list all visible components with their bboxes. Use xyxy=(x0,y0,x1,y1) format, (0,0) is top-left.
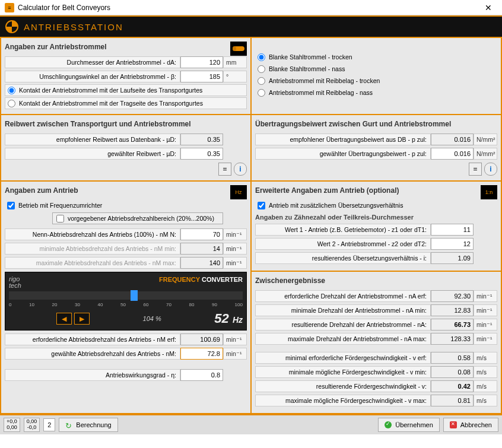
close-button[interactable]: ✕ xyxy=(479,3,497,12)
nominal-speed-label: Nenn-Abtriebsdrehzahl des Antriebs (100%… xyxy=(5,228,180,240)
sel-trans-input[interactable] xyxy=(431,148,474,160)
freq-hz: 52 Hz xyxy=(214,311,243,326)
freq-slider[interactable] xyxy=(9,291,243,300)
contact-carryside-radio[interactable] xyxy=(8,100,15,107)
efficiency-label: Antriebswirkungsgrad - η: xyxy=(5,369,180,381)
rec-trans-label: empfohlener Übertragungsbeiwert aus DB -… xyxy=(255,134,431,145)
unit: min⁻¹ xyxy=(223,333,247,345)
panel-title: Erweiterte Angaben zum Antrieb (optional… xyxy=(255,185,497,196)
svg-point-2 xyxy=(233,46,236,51)
unit: min⁻¹ xyxy=(223,243,247,255)
unit: min⁻¹ xyxy=(223,228,247,240)
panel-title: Übertragungsbeiwert zwischen Gurt und An… xyxy=(255,119,497,129)
res-value xyxy=(431,319,474,331)
unit: m/s xyxy=(474,352,497,364)
speed-range-checkbox[interactable] xyxy=(56,215,64,223)
freq-increase-button[interactable]: ▶ xyxy=(74,313,90,325)
unit: m/s xyxy=(474,366,497,378)
z1-input[interactable] xyxy=(431,224,474,236)
z2-label: Wert 2 - Antriebstrommel - z2 oder dT2: xyxy=(255,238,431,250)
drum-type-4-radio[interactable] xyxy=(258,89,265,97)
res-label: resultierende Fördergeschwindigkeit - v: xyxy=(255,380,431,392)
trans-equals-button[interactable]: = xyxy=(469,163,482,176)
calculate-button[interactable]: Berechnung xyxy=(59,418,117,432)
freq-percent: 104 % xyxy=(143,315,161,322)
contact-runside-radio[interactable] xyxy=(8,87,15,94)
extended-drive-panel: 1:n Erweiterte Angaben zum Antrieb (opti… xyxy=(252,182,501,271)
res-label: minimale Drehzahl der Antriebstrommel - … xyxy=(255,304,431,316)
friction-info-button[interactable]: i xyxy=(234,163,247,176)
res-label: minimal erforderliche Fördergeschwindigk… xyxy=(255,352,431,364)
slider-thumb[interactable] xyxy=(131,290,138,301)
sel-friction-input[interactable] xyxy=(180,148,223,160)
drum-type-3-label: Antriebstrommel mit Reibbelag - trocken xyxy=(269,77,380,84)
speed-range-label: vorgegebener Abtriebsdrehzahlbereich (20… xyxy=(68,215,214,222)
inc-decimal-button[interactable]: +0,00,00 xyxy=(4,418,20,432)
unit: min⁻¹ xyxy=(474,304,497,316)
panel-title: Angaben zur Antriebstrommel xyxy=(5,42,247,52)
drum-type-1-label: Blanke Stahltrommel - trocken xyxy=(269,53,352,61)
min-speed-label: minimale Abtriebsdrehzahl des Antriebs -… xyxy=(5,243,180,255)
refresh-icon xyxy=(65,421,72,428)
ratio-label: resultierendes Übersetzungsverhältnis - … xyxy=(255,252,431,264)
station-icon xyxy=(5,20,19,34)
max-speed-value xyxy=(180,257,223,269)
freq-converter-checkbox[interactable] xyxy=(7,202,15,209)
wrap-angle-input[interactable] xyxy=(180,71,223,82)
res-value xyxy=(431,352,474,364)
transmission-panel: Übertragungsbeiwert zwischen Gurt und An… xyxy=(252,115,501,180)
unit: min⁻¹ xyxy=(223,257,247,269)
panel-title: Zwischenergebnisse xyxy=(255,275,497,286)
friction-equals-button[interactable]: = xyxy=(218,163,231,176)
ratio-icon: 1:n xyxy=(481,185,497,199)
section-title: ANTRIEBSSTATION xyxy=(24,22,123,32)
ratio-value xyxy=(431,252,474,264)
unit: m/s xyxy=(474,380,497,392)
drum-type-3-radio[interactable] xyxy=(258,77,265,85)
friction-panel: Reibwert zwischen Transportgurt und Antr… xyxy=(1,115,250,180)
unit: min⁻¹ xyxy=(474,290,497,302)
sel-output-speed-input[interactable] xyxy=(180,348,223,360)
unit: min⁻¹ xyxy=(474,333,497,345)
res-label: resultierende Drehzahl der Antriebstromm… xyxy=(255,319,431,331)
res-value xyxy=(431,304,474,316)
res-value xyxy=(431,380,474,392)
gear-ratio-label: Antrieb mit zusätzlichem Übersetzungsver… xyxy=(269,202,403,209)
gear-ratio-checkbox[interactable] xyxy=(258,202,265,209)
panel-title: Angaben zum Antrieb xyxy=(5,185,247,196)
drum-type-2-radio[interactable] xyxy=(258,65,265,73)
cancel-button[interactable]: Abbrechen xyxy=(443,418,498,432)
rec-friction-label: empfohlener Reibwert aus Datenbank - µD: xyxy=(5,134,180,145)
nominal-speed-input[interactable] xyxy=(180,228,223,240)
contact-carryside-label: Kontakt der Antriebstrommel mit der Trag… xyxy=(19,100,203,107)
x-icon xyxy=(450,421,457,428)
trans-info-button[interactable]: i xyxy=(484,163,497,176)
diameter-input[interactable] xyxy=(180,56,223,68)
check-icon xyxy=(385,421,392,428)
res-label: maximale Drehzahl der Antriebstrommel - … xyxy=(255,333,431,345)
panel-title: Reibwert zwischen Transportgurt und Antr… xyxy=(5,119,247,129)
fc-title: FREQUENCY CONVERTER xyxy=(159,276,243,289)
res-value xyxy=(431,333,474,345)
drum-type-1-radio[interactable] xyxy=(258,53,265,61)
req-output-speed-label: erforderliche Abtriebsdrehzahl des Antri… xyxy=(5,333,180,345)
res-label: erforderliche Drehzahl der Antriebstromm… xyxy=(255,290,431,302)
unit: min⁻¹ xyxy=(223,348,247,360)
apply-button[interactable]: Übernehmen xyxy=(378,418,440,432)
drum-type-panel: Blanke Stahltrommel - trocken Blanke Sta… xyxy=(252,38,501,114)
freq-icon: Hz xyxy=(230,185,247,199)
freq-converter-label: Betrieb mit Frequenzumrichter xyxy=(18,202,102,209)
drum-params-panel: Angaben zur Antriebstrommel Durchmesser … xyxy=(1,38,250,114)
footer-bar: +0,00,00 0,00-0,0 2 Berechnung Übernehme… xyxy=(0,414,502,434)
unit: min⁻¹ xyxy=(474,319,497,331)
wrap-angle-label: Umschlingungswinkel an der Antriebstromm… xyxy=(5,71,180,82)
diameter-label: Durchmesser der Antriebstrommel - dA: xyxy=(5,56,180,68)
section-header: ANTRIEBSSTATION xyxy=(0,15,502,37)
res-value xyxy=(431,290,474,302)
sel-output-speed-label: gewählte Abtriebsdrehzahl des Antriebs -… xyxy=(5,348,180,360)
freq-decrease-button[interactable]: ◀ xyxy=(56,313,72,325)
dec-decimal-button[interactable]: 0,00-0,0 xyxy=(24,418,40,432)
efficiency-input[interactable] xyxy=(180,369,223,381)
z2-input[interactable] xyxy=(431,238,474,250)
drum-type-4-label: Antriebstrommel mit Reibbelag - nass xyxy=(269,89,373,96)
